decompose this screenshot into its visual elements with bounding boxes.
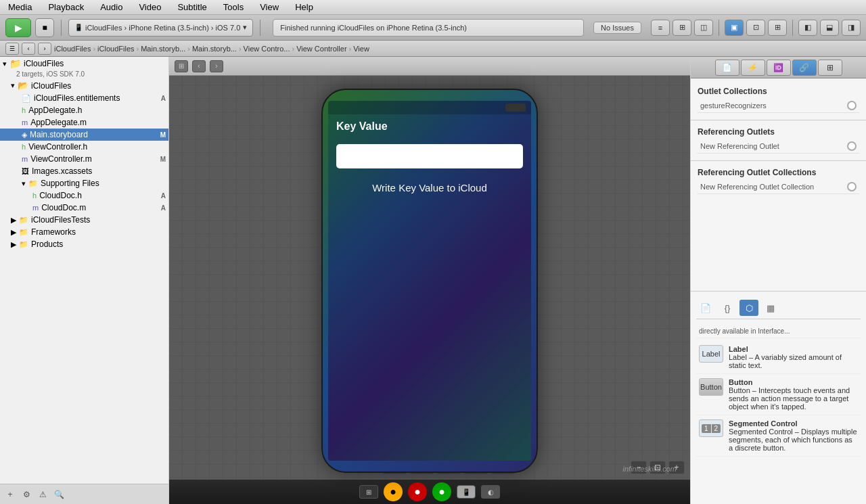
canvas-layout-btn-6[interactable]: ◐ — [481, 485, 500, 499]
lib-tab-file[interactable]: 📄 — [696, 300, 715, 316]
sidebar-toggle[interactable]: ☰ — [5, 43, 19, 55]
storyboard-layout-btn[interactable]: ⊞ — [175, 60, 188, 72]
editor-toggle-1[interactable]: ▣ — [725, 20, 744, 36]
nav-forward[interactable]: › — [38, 43, 51, 55]
menu-media[interactable]: Media — [5, 2, 35, 12]
sidebar-item-project[interactable]: ▾ 📁 iCloudFiles — [0, 57, 168, 70]
assets-icon: 🖼 — [22, 167, 29, 175]
sidebar-search-btn[interactable]: 🔍 — [53, 488, 65, 501]
canvas-layout-btn-2[interactable]: ● — [384, 482, 403, 501]
folder-icon-3: 📁 — [19, 216, 28, 225]
menu-subtitle[interactable]: Subtitle — [175, 2, 209, 12]
menu-view[interactable]: View — [257, 2, 281, 12]
sidebar-warning-btn[interactable]: ⚠ — [37, 488, 49, 501]
new-referencing-outlet-collection-label: New Referencing Outlet Collection — [700, 183, 847, 191]
library-item-segmented: 1 2 Segmented Control Segmented Control … — [696, 415, 861, 457]
editor-toggle-3[interactable]: ⊞ — [768, 20, 787, 36]
sidebar-item-products[interactable]: ▶ 📁 Products — [0, 238, 168, 250]
sidebar-item-clouddoc-m[interactable]: m CloudDoc.m A — [0, 202, 168, 214]
menu-help[interactable]: Help — [292, 2, 316, 12]
view-toggle-3[interactable]: ◫ — [694, 20, 713, 36]
new-referencing-outlet-row[interactable]: New Referencing Outlet — [698, 139, 859, 154]
run-button[interactable]: ▶ — [5, 18, 31, 37]
sidebar-bottom-bar: + ⚙ ⚠ 🔍 — [0, 484, 168, 504]
status-bar: Finished running iCloudFiles on iPhone R… — [273, 19, 584, 37]
sidebar-item-main-storyboard[interactable]: ◈ Main.storyboard M — [0, 129, 168, 141]
project-icon: 📁 — [9, 58, 21, 69]
lib-tab-code[interactable]: {} — [718, 300, 737, 316]
breadcrumb-7[interactable]: View — [353, 45, 369, 53]
sidebar-add-btn[interactable]: + — [4, 488, 16, 501]
sidebar-item-clouddoc-h[interactable]: h CloudDoc.h A — [0, 189, 168, 202]
view-toggle-1[interactable]: ≡ — [651, 20, 670, 36]
sidebar-item-viewcontroller-m[interactable]: m ViewController.m M — [0, 153, 168, 165]
scheme-selector[interactable]: 📱 iCloudFiles › iPhone Retina (3.5-inch)… — [68, 19, 253, 37]
sidebar-item-appdelegate-m[interactable]: m AppDelegate.m — [0, 116, 168, 129]
label-title: Label — [729, 345, 858, 353]
menu-audio[interactable]: Audio — [97, 2, 125, 12]
sidebar-item-frameworks[interactable]: ▶ 📁 Frameworks — [0, 226, 168, 238]
h-file-icon-3: h — [32, 191, 37, 200]
sidebar-item-icloudfiles[interactable]: ▾ 📂 iCloudFiles — [0, 79, 168, 92]
breadcrumb-6[interactable]: View Controller — [296, 45, 346, 53]
menu-playback[interactable]: Playback — [45, 2, 87, 12]
nav-back[interactable]: ‹ — [22, 43, 35, 55]
menu-video[interactable]: Video — [136, 2, 164, 12]
view-toggle-2[interactable]: ⊞ — [673, 20, 691, 36]
stop-button[interactable]: ■ — [35, 18, 54, 37]
iphone-text-field[interactable] — [336, 144, 523, 168]
panel-toggle-bottom[interactable]: ⬓ — [820, 20, 839, 36]
sidebar-appdelegate-m-label: AppDelegate.m — [30, 118, 87, 127]
sidebar-item-images[interactable]: 🖼 Images.xcassets — [0, 165, 168, 177]
toolbar-separator-2 — [260, 20, 260, 36]
breadcrumb-3[interactable]: Main.storyb... — [141, 45, 185, 53]
new-referencing-outlet-circle[interactable] — [847, 141, 857, 151]
sidebar-item-viewcontroller-h[interactable]: h ViewController.h — [0, 141, 168, 153]
segmented-preview: 1 2 — [699, 419, 723, 437]
canvas-layout-btn-4[interactable]: ● — [432, 482, 451, 501]
referencing-outlet-collections-section: Referencing Outlet Collections New Refer… — [691, 165, 866, 197]
breadcrumb-1[interactable]: iCloudFiles — [54, 45, 91, 53]
breadcrumb-2[interactable]: iCloudFiles — [97, 45, 134, 53]
lib-tab-media[interactable]: ▦ — [761, 300, 780, 316]
canvas-layout-btn-5[interactable]: 📱 — [457, 485, 476, 499]
gesture-recognizers-circle[interactable] — [847, 101, 857, 110]
iphone-button[interactable]: Write Key Value to iCloud — [328, 182, 531, 193]
panel-toggle-left[interactable]: ◧ — [798, 20, 817, 36]
menu-tools[interactable]: Tools — [221, 2, 246, 12]
library-info-text: directly available in Interface... — [696, 325, 861, 338]
storyboard-fwd-btn[interactable]: › — [210, 60, 223, 72]
new-referencing-outlet-collection-circle[interactable] — [847, 182, 857, 191]
file-icon: 📄 — [22, 94, 31, 103]
storyboard-back-btn[interactable]: ‹ — [192, 60, 206, 72]
new-referencing-outlet-label: New Referencing Outlet — [700, 142, 847, 150]
sidebar-item-supporting-files[interactable]: ▾ 📁 Supporting Files — [0, 177, 168, 189]
sidebar-item-tests[interactable]: ▶ 📁 iCloudFilesTests — [0, 214, 168, 226]
sidebar-item-appdelegate-h[interactable]: h AppDelegate.h — [0, 104, 168, 116]
panel-tab-connections[interactable]: 🔗 — [792, 60, 817, 76]
panel-tab-file[interactable]: 📄 — [715, 60, 739, 76]
lib-tab-objects[interactable]: ⬡ — [739, 300, 758, 316]
sidebar-item-entitlements[interactable]: 📄 iCloudFiles.entitlements A — [0, 92, 168, 104]
sidebar-filter-btn[interactable]: ⚙ — [20, 488, 32, 501]
library-tabs: 📄 {} ⬡ ▦ — [696, 297, 861, 319]
sidebar-frameworks-label: Frameworks — [31, 227, 76, 237]
gesture-recognizers-row[interactable]: gestureRecognizers — [698, 99, 859, 113]
breadcrumb-4[interactable]: Main.storyb... — [192, 45, 237, 53]
panel-tab-size[interactable]: ⊞ — [818, 60, 842, 76]
new-referencing-outlet-collection-row[interactable]: New Referencing Outlet Collection — [698, 180, 859, 194]
panel-toggle-right[interactable]: ◨ — [842, 20, 861, 36]
editor-toggle-2[interactable]: ⊡ — [746, 20, 765, 36]
canvas-layout-btn-3[interactable]: ● — [408, 482, 427, 501]
folder-icon: 📂 — [18, 81, 28, 91]
sidebar-supporting-label: Supporting Files — [41, 179, 99, 188]
panel-tab-quick[interactable]: ⚡ — [741, 60, 765, 76]
panel-tab-identity[interactable]: 🆔 — [767, 60, 791, 76]
main-content: ▾ 📁 iCloudFiles 2 targets, iOS SDK 7.0 ▾… — [0, 57, 866, 504]
button-desc-text: Button – Intercepts touch events and sen… — [729, 386, 850, 411]
h-file-icon: h — [22, 106, 26, 114]
h-file-icon-2: h — [22, 143, 26, 151]
breadcrumb-5[interactable]: View Contro... — [244, 45, 290, 53]
segmented-desc-text: Segmented Control – Displays multiple se… — [729, 428, 857, 452]
canvas-layout-btn-1[interactable]: ⊞ — [359, 485, 378, 499]
